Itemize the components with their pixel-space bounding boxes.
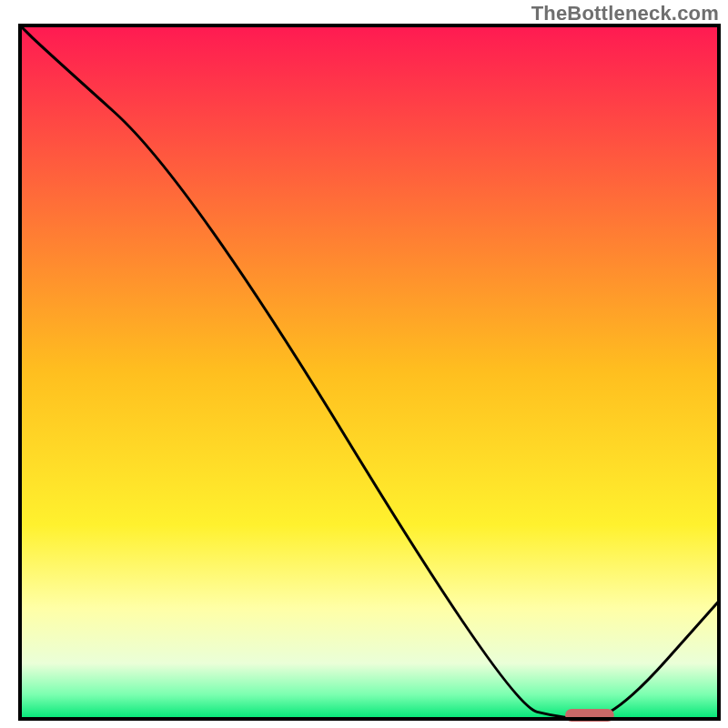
bottleneck-chart bbox=[0, 0, 728, 728]
chart-container: TheBottleneck.com bbox=[0, 0, 728, 728]
plot-background bbox=[20, 25, 719, 719]
watermark-text: TheBottleneck.com bbox=[531, 2, 719, 25]
